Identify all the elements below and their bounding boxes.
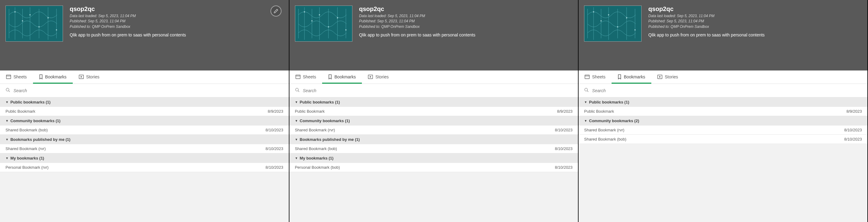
svg-rect-20	[585, 6, 641, 41]
bookmark-row[interactable]: Shared Bookmark (bob) 8/10/2023	[0, 126, 289, 135]
bookmark-row[interactable]: Personal Bookmark (bob) 8/10/2023	[289, 163, 578, 172]
caret-down-icon: ▼	[5, 101, 8, 104]
caret-down-icon: ▼	[5, 157, 8, 160]
svg-rect-7	[6, 75, 11, 79]
view-tabs: Sheets Bookmarks Stories	[289, 71, 578, 84]
bookmark-row[interactable]: Shared Bookmark (rvr) 8/10/2023	[289, 126, 578, 135]
app-thumbnail	[584, 5, 642, 41]
group-public-header[interactable]: ▼ Public bookmarks (1)	[289, 98, 578, 107]
group-my-bookmarks-header[interactable]: ▼ My bookmarks (1)	[0, 154, 289, 163]
group-public-label: Public bookmarks (1)	[589, 100, 629, 104]
group-published-by-me-header[interactable]: ▼ Bookmarks published by me (1)	[0, 135, 289, 144]
bookmark-date: 8/9/2023	[268, 109, 283, 114]
bookmark-icon	[618, 75, 621, 79]
tab-sheets[interactable]: Sheets	[0, 71, 33, 84]
group-community-header[interactable]: ▼ Community bookmarks (1)	[289, 116, 578, 126]
caret-down-icon: ▼	[295, 138, 298, 141]
app-meta: qsop2qc Data last loaded: Sep 5, 2023, 1…	[642, 5, 765, 58]
bookmark-row[interactable]: Shared Bookmark (rvr) 8/10/2023	[579, 126, 867, 135]
tab-bookmarks[interactable]: Bookmarks	[322, 71, 362, 84]
svg-point-11	[304, 11, 305, 12]
bookmark-date: 8/10/2023	[555, 165, 573, 170]
bookmark-name: Shared Bookmark (bob)	[5, 128, 48, 132]
svg-point-2	[22, 20, 23, 22]
svg-point-16	[345, 29, 346, 31]
app-thumbnail	[5, 5, 63, 41]
caret-down-icon: ▼	[295, 157, 298, 160]
bookmark-name: Personal Bookmark (bob)	[295, 165, 340, 170]
edit-button[interactable]	[271, 5, 281, 17]
group-published-by-me-label: Bookmarks published by me (1)	[300, 137, 360, 142]
bookmark-row[interactable]: Shared Bookmark (rvr) 8/10/2023	[0, 144, 289, 154]
bookmark-icon	[328, 75, 332, 79]
svg-point-19	[296, 88, 298, 91]
group-my-bookmarks-label: My bookmarks (1)	[10, 156, 44, 161]
bookmark-name: Public Bookmark	[584, 109, 614, 114]
app-header: qsop2qc Data last loaded: Sep 5, 2023, 1…	[0, 0, 289, 71]
bookmark-row[interactable]: Public Bookmark 8/9/2023	[0, 107, 289, 116]
search-input[interactable]	[303, 88, 573, 93]
svg-point-12	[311, 20, 312, 22]
bookmark-name: Shared Bookmark (bob)	[295, 146, 337, 151]
tab-sheets-label: Sheets	[592, 75, 606, 79]
app-pubto: Published to: QMP OnPrem Sandbox	[359, 24, 475, 29]
group-community-label: Community bookmarks (1)	[300, 118, 350, 123]
bookmark-icon	[39, 75, 43, 79]
bookmark-date: 8/10/2023	[266, 165, 283, 170]
svg-point-6	[56, 29, 57, 31]
app-title: qsop2qc	[359, 5, 475, 12]
app-loaded: Data last loaded: Sep 5, 2023, 11:04 PM	[70, 13, 186, 19]
bookmark-row[interactable]: Shared Bookmark (bob) 8/10/2023	[579, 135, 867, 144]
app-header: qsop2qc Data last loaded: Sep 5, 2023, 1…	[579, 0, 867, 71]
bookmark-date: 8/10/2023	[266, 146, 283, 151]
tab-bookmarks[interactable]: Bookmarks	[612, 71, 651, 84]
pane-1: qsop2qc Data last loaded: Sep 5, 2023, 1…	[289, 0, 579, 222]
group-community-header[interactable]: ▼ Community bookmarks (2)	[579, 116, 867, 126]
app-published: Published: Sep 5, 2023, 11:04 PM	[359, 19, 475, 24]
tab-bookmarks-label: Bookmarks	[624, 75, 645, 79]
group-public-header[interactable]: ▼ Public bookmarks (1)	[579, 98, 867, 107]
caret-down-icon: ▼	[5, 138, 8, 141]
tab-sheets[interactable]: Sheets	[289, 71, 322, 84]
caret-down-icon: ▼	[295, 101, 298, 104]
tab-stories[interactable]: Stories	[651, 71, 684, 84]
tab-sheets-label: Sheets	[13, 75, 27, 79]
group-public-header[interactable]: ▼ Public bookmarks (1)	[0, 98, 289, 107]
stories-icon	[657, 75, 662, 79]
svg-point-26	[634, 29, 636, 31]
app-published: Published: Sep 5, 2023, 11:04 PM	[648, 19, 765, 24]
tab-sheets[interactable]: Sheets	[579, 71, 612, 84]
caret-down-icon: ▼	[584, 101, 587, 104]
search-input[interactable]	[13, 88, 283, 93]
svg-rect-17	[296, 75, 300, 79]
bookmark-row[interactable]: Public Bookmark 8/9/2023	[289, 107, 578, 116]
tab-stories-label: Stories	[375, 75, 389, 79]
group-community-label: Community bookmarks (2)	[589, 118, 639, 123]
search-input[interactable]	[592, 88, 862, 93]
group-published-by-me-header[interactable]: ▼ Bookmarks published by me (1)	[289, 135, 578, 144]
tab-stories[interactable]: Stories	[362, 71, 395, 84]
svg-point-21	[593, 11, 594, 12]
group-my-bookmarks-header[interactable]: ▼ My bookmarks (1)	[289, 154, 578, 163]
tab-stories-label: Stories	[86, 75, 100, 79]
group-community-label: Community bookmarks (1)	[10, 118, 61, 123]
svg-point-25	[626, 17, 627, 18]
bookmark-row[interactable]: Shared Bookmark (bob) 8/10/2023	[289, 144, 578, 154]
svg-point-23	[608, 15, 610, 16]
sheets-icon	[296, 75, 301, 79]
app-description: Qlik app to push from on prem to saas wi…	[648, 32, 765, 37]
bookmark-row[interactable]: Personal Bookmark (rvr) 8/10/2023	[0, 163, 289, 172]
tab-bookmarks[interactable]: Bookmarks	[33, 71, 73, 84]
bookmark-date: 8/10/2023	[266, 128, 283, 132]
svg-rect-10	[295, 6, 352, 41]
svg-point-29	[585, 88, 587, 91]
app-pubto: Published to: QMP OnPrem Sandbox	[648, 24, 765, 29]
svg-point-24	[617, 26, 618, 28]
bookmark-date: 8/10/2023	[844, 137, 862, 141]
app-thumbnail	[295, 5, 352, 41]
svg-point-22	[600, 20, 602, 22]
group-community-header[interactable]: ▼ Community bookmarks (1)	[0, 116, 289, 126]
bookmark-row[interactable]: Public Bookmark 8/9/2023	[579, 107, 867, 116]
tab-stories[interactable]: Stories	[73, 71, 106, 84]
search-bar	[579, 84, 867, 98]
